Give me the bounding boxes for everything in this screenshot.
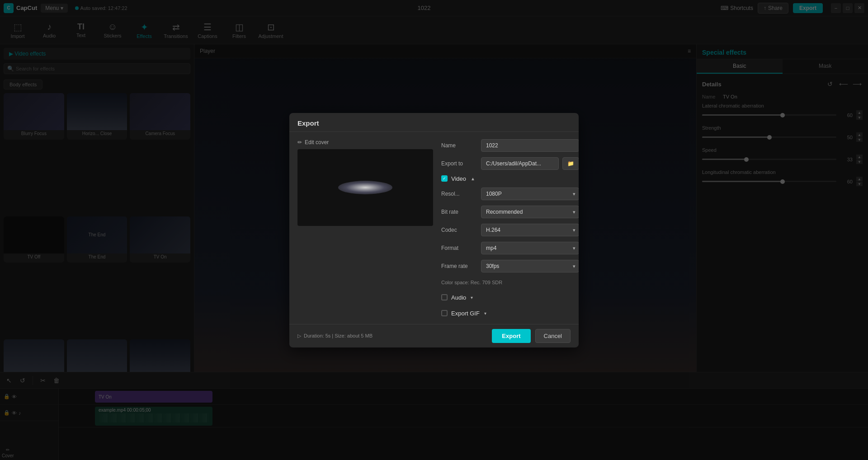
bitrate-label: Bit rate	[441, 209, 477, 215]
framerate-label: Frame rate	[441, 263, 477, 269]
framerate-select[interactable]: 30fps 24fps 25fps 60fps	[481, 260, 579, 272]
codec-row: Codec H.264 H.265	[441, 224, 579, 236]
codec-select-wrapper: H.264 H.265	[481, 224, 579, 236]
duration-icon: ▷	[297, 333, 301, 339]
video-chevron-icon: ▲	[471, 176, 475, 181]
gif-chevron-icon: ▾	[484, 311, 486, 316]
modal-header: Export	[289, 113, 579, 132]
export-gif-checkbox-row: Export GIF ▾	[441, 310, 579, 317]
cancel-modal-button[interactable]: Cancel	[535, 329, 571, 343]
resolution-select[interactable]: 1080P 720P 2K 4K	[481, 188, 579, 200]
folder-button[interactable]: 📁	[562, 157, 579, 170]
preview-video	[297, 149, 433, 226]
codec-select[interactable]: H.264 H.265	[481, 224, 579, 236]
export-modal: Export ✏ Edit cover Name	[289, 113, 579, 347]
modal-title: Export	[297, 119, 319, 127]
bitrate-select[interactable]: Recommended Low Medium High	[481, 206, 579, 218]
modal-settings: Name Export to 📁 ✓ Video ▲	[441, 139, 579, 317]
export-to-label: Export to	[441, 160, 477, 167]
format-label: Format	[441, 245, 477, 251]
pencil-icon: ✏	[297, 139, 302, 146]
footer-info: ▷ Duration: 5s | Size: about 5 MB	[297, 333, 373, 339]
modal-footer: ▷ Duration: 5s | Size: about 5 MB Export…	[289, 324, 579, 347]
settings-area: Name Export to 📁 ✓ Video ▲	[441, 139, 579, 317]
name-row: Name	[441, 139, 579, 152]
resolution-label: Resol...	[441, 191, 477, 197]
audio-checkbox-row: Audio ▾	[441, 294, 579, 301]
framerate-row: Frame rate 30fps 24fps 25fps 60fps	[441, 260, 579, 272]
bitrate-select-wrapper: Recommended Low Medium High	[481, 206, 579, 218]
format-row: Format mp4 mov avi	[441, 242, 579, 254]
codec-label: Codec	[441, 227, 477, 233]
export-gif-label: Export GIF	[451, 310, 480, 317]
bitrate-row: Bit rate Recommended Low Medium High	[441, 206, 579, 218]
audio-checkbox[interactable]	[441, 294, 448, 300]
edit-cover-button[interactable]: ✏ Edit cover	[297, 139, 329, 146]
audio-checkbox-label: Audio	[451, 294, 466, 301]
footer-buttons: Export Cancel	[492, 329, 571, 343]
preview-glow	[338, 181, 392, 194]
audio-chevron-icon: ▾	[471, 295, 473, 300]
modal-body: ✏ Edit cover Name Export to	[289, 132, 579, 324]
name-label: Name	[441, 142, 477, 149]
footer-duration: Duration: 5s | Size: about 5 MB	[304, 333, 373, 338]
video-checkbox-label: Video	[451, 175, 466, 182]
modal-preview: ✏ Edit cover	[297, 139, 433, 317]
export-to-input[interactable]	[481, 157, 559, 170]
format-select-wrapper: mp4 mov avi	[481, 242, 579, 254]
edit-cover-label: Edit cover	[305, 139, 329, 146]
video-checkbox-row: ✓ Video ▲	[441, 175, 579, 182]
video-checkbox[interactable]: ✓	[441, 175, 448, 182]
export-modal-button[interactable]: Export	[492, 329, 530, 343]
export-gif-checkbox[interactable]	[441, 310, 448, 316]
resolution-row: Resol... 1080P 720P 2K 4K	[441, 188, 579, 200]
framerate-select-wrapper: 30fps 24fps 25fps 60fps	[481, 260, 579, 272]
export-to-row: Export to 📁	[441, 157, 579, 170]
format-select[interactable]: mp4 mov avi	[481, 242, 579, 254]
modal-overlay: Export ✏ Edit cover Name	[0, 0, 868, 460]
name-input[interactable]	[481, 139, 579, 152]
resolution-select-wrapper: 1080P 720P 2K 4K	[481, 188, 579, 200]
color-space-text: Color space: Rec. 709 SDR	[441, 280, 579, 285]
